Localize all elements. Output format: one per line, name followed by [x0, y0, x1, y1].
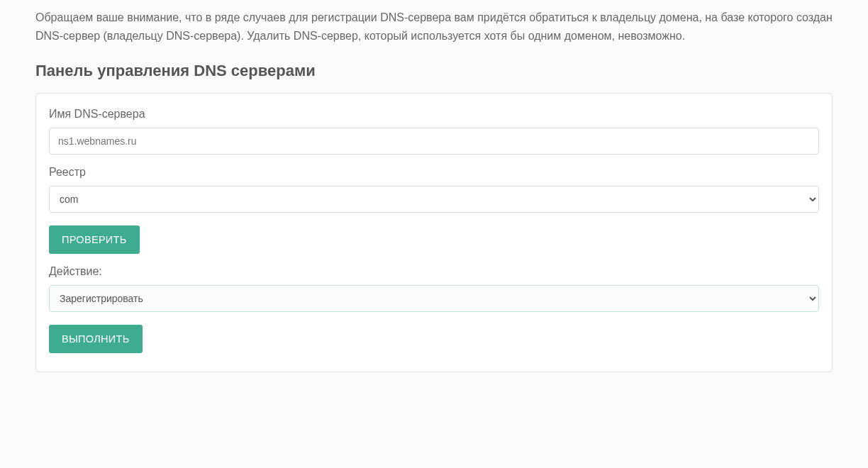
- check-button[interactable]: ПРОВЕРИТЬ: [49, 225, 140, 254]
- action-select[interactable]: Зарегистрировать: [49, 285, 819, 312]
- dns-panel: Имя DNS-сервера Реестр com ПРОВЕРИТЬ Дей…: [35, 93, 833, 372]
- panel-title: Панель управления DNS серверами: [35, 62, 833, 80]
- dns-name-label: Имя DNS-сервера: [49, 108, 819, 121]
- notice-text: Обращаем ваше внимание, что в ряде случа…: [35, 9, 833, 45]
- dns-name-input[interactable]: [49, 128, 819, 155]
- action-label: Действие:: [49, 265, 819, 278]
- registry-label: Реестр: [49, 166, 819, 179]
- registry-select[interactable]: com: [49, 186, 819, 213]
- submit-button[interactable]: ВЫПОЛНИТЬ: [49, 325, 143, 353]
